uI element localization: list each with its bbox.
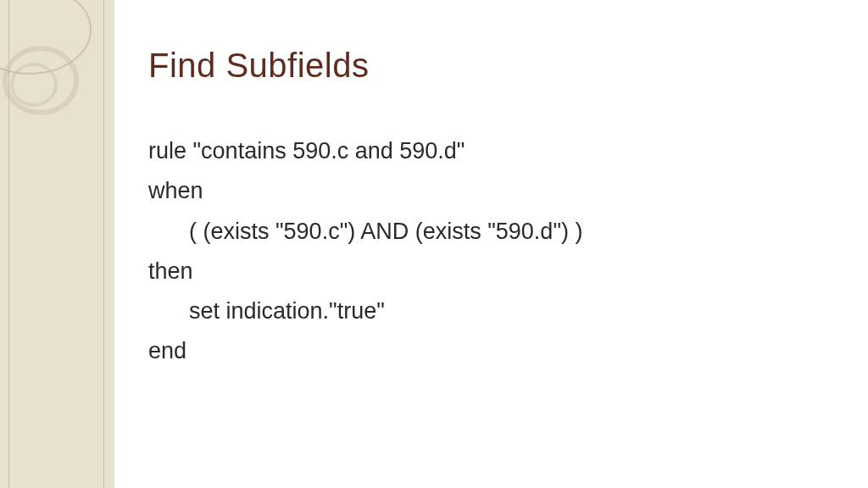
code-line-rule: rule "contains 590.c and 590.d"	[148, 131, 834, 171]
sidebar-decoration	[0, 0, 114, 488]
slide-title: Find Subfields	[148, 47, 834, 85]
code-line-action: set indication."true"	[148, 291, 834, 331]
slide-content: Find Subfields rule "contains 590.c and …	[148, 0, 834, 488]
code-block: rule "contains 590.c and 590.d" when ( (…	[148, 131, 834, 372]
sidebar-border	[8, 0, 104, 488]
code-line-condition: ( (exists "590.c") AND (exists "590.d") …	[148, 212, 834, 252]
code-line-end: end	[148, 331, 834, 371]
code-line-when: when	[148, 171, 834, 211]
code-line-then: then	[148, 252, 834, 291]
